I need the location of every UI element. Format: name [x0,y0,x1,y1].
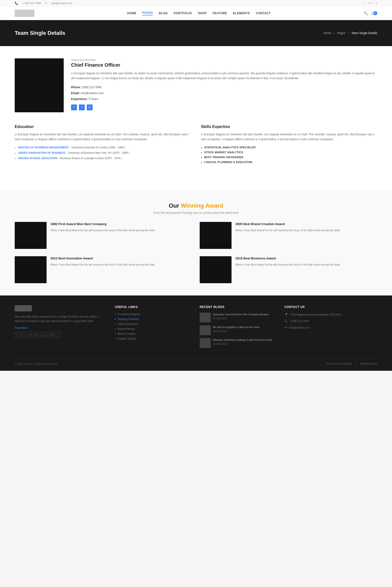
skill-2: STOCK MARKET ANALYTICS [201,151,377,154]
top-bar-phone: 1 800 214 7846 [22,2,41,5]
profile-role-label: Ursula Gunmmeister [71,58,377,61]
award-info-2: 2005 Best Brand Creation Award When I he… [236,222,377,233]
profile-section: Ursula Gunmmeister Chief Finance Officer… [15,58,377,112]
footer-facebook[interactable]: f [15,332,20,337]
footer-link-5[interactable]: Brand Creation [115,332,192,335]
nav-home[interactable]: HOME [127,12,136,15]
footer-pinterest[interactable]: p [42,332,48,337]
header: HOME PAGES BLOG PORTFOLIO SHOP FEATURE E… [0,7,392,20]
blog-title-2[interactable]: We will put together a plan for the most [213,325,277,329]
awards-section: Our Winning Award Even the all-powerful … [0,190,392,296]
hero-section: Team Single Details Home → Pages → Team … [0,20,392,46]
blog-title-3[interactable]: Effective marketing strategy to get the … [213,338,277,342]
blog-date-1: 19-Sep-2018 [213,317,277,320]
cart-button[interactable]: 🛒0 [371,11,377,15]
footer-gplus[interactable]: G+ [35,332,41,337]
footer-link-1[interactable]: Company Analysis [115,313,192,316]
footer-link-2[interactable]: Strategy Planning [115,318,192,321]
top-bar-left: 📞 1 800 214 7846 ✉ info@marien.com [15,2,72,5]
phone-footer-icon: 📞 [284,319,288,323]
profile-social: f t in [71,104,377,110]
page-title: Team Single Details [15,30,65,36]
edu-item-1: MASTER OF BUSINESS MANAGEMENT - Technica… [15,146,191,149]
award-image-2 [200,222,232,249]
profile-description: Li Europan lingues es membres del sam fa… [71,71,377,81]
footer-link-6[interactable]: Graphic Design [115,337,192,340]
award-desc-1: When I hear Best Award for the ath busin… [50,228,192,233]
tumblr-icon[interactable]: t [373,2,374,5]
blog-thumb-3 [200,338,211,348]
copyright: © 2018 Marien. All Rights Reserved [15,362,57,365]
blog-title-1[interactable]: Using the outcomes from the Company Anal… [213,313,277,316]
nav-icons: 🔍 🛒0 [364,11,377,15]
footer-read-more[interactable]: Read More [15,326,28,329]
profile-experience: Experience: 5 Years [71,96,377,102]
profile-facebook[interactable]: f [71,104,77,110]
award-title-3: 2012 Best Innovation Award [50,256,192,261]
skills-section: Skills Expertise Li Europan lingues es m… [201,125,377,165]
nav-feature[interactable]: FEATURE [212,12,227,15]
terms-link[interactable]: Terms and Conditions [326,362,352,366]
education-desc: Li Europan lingues es membres del sam fa… [15,132,191,142]
breadcrumb-pages[interactable]: Pages [337,31,346,35]
award-title-2: 2005 Best Brand Creation Award [236,222,377,226]
nav-blog[interactable]: BLOG [159,12,168,15]
award-title-4: 2015 Best Business Award [236,256,377,261]
linkedin-icon[interactable]: in [369,2,371,5]
cart-badge: 0 [374,11,377,15]
footer-blogs-title: RECENT BLOGS [200,305,277,309]
nav-elements[interactable]: ELEMENTS [233,12,250,15]
footer: We work with clients spread across a ran… [0,296,392,371]
awards-header: Our Winning Award Even the all-powerful … [15,202,377,214]
skill-3: BEST TRADING ADVISORIER [201,156,377,159]
footer-logo[interactable] [15,305,32,312]
footer-link-4[interactable]: Report Writing [115,327,192,330]
facebook-icon[interactable]: f [363,2,364,5]
footer-instagram[interactable]: ig [49,332,54,337]
footer-twitter[interactable]: t [22,332,27,337]
pinterest-icon[interactable]: p [376,2,377,5]
profile-info: Ursula Gunmmeister Chief Finance Officer… [71,58,377,112]
phone-icon: 📞 [15,2,18,5]
award-image-1 [15,222,46,249]
footer-social: f t in G+ p ig r [15,332,108,337]
award-info-1: 1992 First Award Won Best Company When I… [50,222,192,233]
profile-linkedin[interactable]: in [87,104,92,110]
award-desc-4: When I hear Best Award for the ath busin… [236,263,377,267]
nav-shop[interactable]: SHOP [198,12,206,15]
nav-contact[interactable]: CONTACT [256,12,271,15]
footer-rss[interactable]: r [56,332,61,337]
nav-pages[interactable]: PAGES [142,11,153,16]
profile-twitter[interactable]: t [79,104,85,110]
award-desc-2: When I hear Best Award for the ath busin… [236,228,377,233]
email-icon: ✉ [45,2,47,5]
breadcrumb-home[interactable]: Home [324,31,331,35]
award-item-3: 2012 Best Innovation Award When I hear B… [15,256,192,283]
award-desc-3: When I hear Best Award for the ath busin… [50,263,192,267]
edu-skills-section: Education Li Europan lingues es membres … [15,125,377,165]
profile-details: Phone: 1800 214 7846 Email: info@marien.… [71,84,377,102]
search-button[interactable]: 🔍 [364,11,368,15]
blog-item-1: Using the outcomes from the Company Anal… [200,313,277,323]
footer-about-text: We work with clients spread across a ran… [15,314,108,324]
footer-link-3[interactable]: Video Production [115,323,192,325]
education-section: Education Li Europan lingues es membres … [15,125,191,165]
blog-item-2: We will put together a plan for the most… [200,325,277,335]
logo[interactable] [15,10,34,17]
award-info-4: 2015 Best Business Award When I hear Bes… [236,256,377,267]
map-icon: 📍 [284,313,288,316]
breadcrumb-current: Team Single Details [351,31,377,35]
blog-date-3: 16-Sep-2018 [213,343,277,345]
email-footer-icon: ✉ [284,326,287,329]
education-title: Education [15,125,191,129]
footer-linkedin[interactable]: in [28,332,34,337]
twitter-icon[interactable]: t [366,2,366,5]
nav-portfolio[interactable]: PORTFOLIO [174,12,192,15]
top-bar-social: f t in t p [363,2,377,5]
edu-item-3: HIGHER SCHOOL EDUCATION - Business Schoo… [15,157,191,160]
divider: | [356,362,356,366]
privacy-link[interactable]: Privacy Policy [361,362,377,366]
footer-bottom: © 2018 Marien. All Rights Reserved Terms… [15,358,377,366]
awards-title: Our Winning Award [15,202,377,209]
skills-desc: Li Europan lingues es membres del sam fa… [201,132,377,142]
